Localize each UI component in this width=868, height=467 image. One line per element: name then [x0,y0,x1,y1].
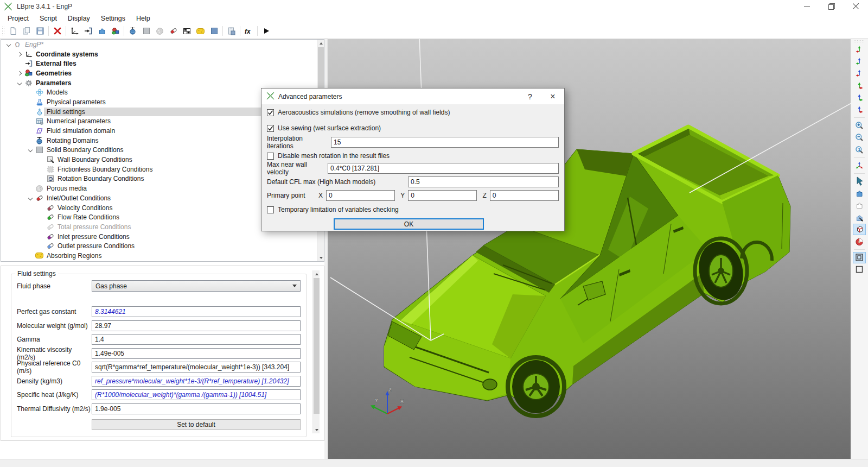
aeroacoustics-checkbox[interactable]: Aeroacoustics simulations (remove smooth… [267,108,559,117]
field-max-near-wall-velocity[interactable] [328,163,559,174]
panel-scrollbar-thumb[interactable] [314,278,320,414]
help-button[interactable]: ? [519,89,541,104]
run-icon[interactable] [259,24,273,37]
disable-mesh-rotation-checkbox[interactable]: Disable mesh rotation in the result file… [267,152,559,160]
clip-cube-icon[interactable] [853,224,866,235]
field-default-cfl-max-high-mach-models[interactable] [408,176,559,187]
menu-project[interactable]: Project [2,14,34,23]
expander-closed-icon[interactable] [15,53,24,56]
tree-item-external-files[interactable]: External files [1,59,324,68]
checkbox-unchecked[interactable] [267,153,274,160]
grid-table-icon[interactable] [180,24,194,37]
field-density-kg-m3[interactable]: ref_pressure*molecular_weight*1e-3/(R*re… [92,376,301,387]
checkbox-checked[interactable] [267,125,274,132]
puzzle-solid-icon[interactable] [853,188,866,199]
tree-item-label: Frictionless Boundary Conditions [56,166,152,173]
sponge-icon[interactable] [194,24,207,37]
view-orientation-5-icon[interactable] [853,92,866,103]
puzzle-outline-icon[interactable] [853,200,866,211]
menu-settings[interactable]: Settings [95,14,131,23]
checkbox-unchecked[interactable] [267,206,274,213]
rotating-domain-icon[interactable] [126,24,139,37]
zoom-out-icon[interactable] [853,132,866,143]
menu-help[interactable]: Help [131,14,156,23]
function-fx-icon[interactable]: fx [242,24,256,37]
solid-boundary-icon[interactable] [139,24,153,37]
panel-scrollbar[interactable] [312,270,320,433]
outline-box-icon[interactable] [853,252,866,263]
toolbar-separator [222,26,223,36]
tree-item-geometries[interactable]: Geometries [1,68,324,78]
tree-item-absorbing-regions[interactable]: Absorbing Regions [1,251,324,261]
puzzle-icon[interactable] [95,24,108,37]
close-icon[interactable] [844,0,868,12]
clip-sphere-icon[interactable] [853,236,866,247]
tree-item-inlet-pressure-conditions[interactable]: Inlet pressure Conditions [1,232,324,242]
porous-media-icon[interactable] [153,24,167,37]
tree-item-outlet-pressure-conditions[interactable]: Outlet pressure Conditions [1,241,324,251]
menu-script[interactable]: Script [34,14,62,23]
inlet-capsule-icon[interactable] [167,24,180,37]
new-file-icon[interactable] [6,24,20,37]
view-orientation-4-icon[interactable] [853,80,866,91]
field-thermal-diffusivity-m2-s[interactable]: 1.9e-005 [92,403,301,414]
import-file-icon[interactable] [81,24,95,37]
coordinate-system-icon[interactable] [68,24,81,37]
scroll-down-icon[interactable] [313,426,320,433]
scroll-up-icon[interactable] [317,40,324,47]
temporary-limitation-checkbox[interactable]: Temporary limitation of variables checki… [267,205,559,214]
zoom-actual-icon[interactable]: 1 [853,144,866,155]
capsule-darkred-icon [46,204,55,212]
ok-button[interactable]: OK [334,218,484,230]
field-physical-reference-c0-m-s[interactable]: sqrt(R*gamma*ref_temperature/(molecular_… [92,362,301,373]
expander-open-icon[interactable] [4,43,13,46]
field-perfect-gas-constant[interactable]: 8.3144621 [92,306,301,317]
primary-point-y-input[interactable] [408,190,477,201]
delete-icon[interactable] [50,24,64,37]
save-file-icon[interactable] [33,24,47,37]
plain-box-icon[interactable] [853,264,866,275]
view-orientation-6-icon[interactable] [853,104,866,116]
restore-icon[interactable] [819,0,844,12]
set-to-default-button[interactable]: Set to default [92,419,301,430]
primary-point-z-input[interactable] [490,190,559,201]
expander-open-icon[interactable] [26,197,35,200]
scroll-down-icon[interactable] [317,254,324,261]
dialog-close-icon[interactable]: × [541,89,564,104]
view-orientation-3-icon[interactable] [853,68,866,79]
tree-item-label: Fluid settings [45,108,85,116]
numeric-icon [35,117,44,125]
field-specific-heat-j-kg-k[interactable]: (R*1000/molecular_weight)*(gamma /(gamma… [92,389,301,400]
field-kinematic-viscosity-m2-s[interactable]: 1.49e-005 [92,348,301,359]
use-sewing-checkbox[interactable]: Use sewing (wet surface extraction) [267,124,559,132]
checkbox-checked[interactable] [267,109,274,116]
field-interpolation-iterations[interactable] [331,137,559,148]
tree-item-engp[interactable]: ΩEngP* [1,40,324,49]
view-orientation-1-icon[interactable] [853,44,866,55]
fluid-phase-select[interactable]: Gas phase [92,280,301,292]
clipboard-icon[interactable] [225,24,238,37]
fluid-square-icon[interactable] [207,24,221,37]
scroll-up-icon[interactable] [313,270,320,277]
expander-closed-icon[interactable] [15,72,24,75]
field-gamma[interactable]: 1.4 [92,334,301,345]
menu-display[interactable]: Display [62,14,95,23]
dialog-title-bar[interactable]: Advanced parameters ? × [261,89,564,104]
field-molecular-weight-g-mol[interactable]: 28.97 [92,320,301,331]
expander-open-icon[interactable] [15,81,24,85]
select-cursor-icon[interactable] [853,175,866,187]
max-near-wall-row: Max near wall velocity [267,163,559,174]
expander-open-icon[interactable] [26,148,35,152]
minimize-icon[interactable] [795,0,819,12]
fluid-row-perfect-gas-constant: Perfect gas constant8.3144621 [17,306,301,317]
puzzle-arrow-icon[interactable] [853,212,866,223]
center-axes-icon[interactable] [853,160,866,171]
geometries-icon[interactable] [108,24,122,37]
svg-text:1: 1 [858,147,860,152]
tree-item-coordinate-systems[interactable]: Coordinate systems [1,49,324,59]
view-orientation-2-icon[interactable] [853,56,866,67]
primary-point-x-input[interactable] [326,190,395,201]
open-file-icon[interactable] [20,24,33,37]
tree-item-parameters[interactable]: Parameters [1,78,324,88]
zoom-in-icon[interactable] [853,120,866,131]
